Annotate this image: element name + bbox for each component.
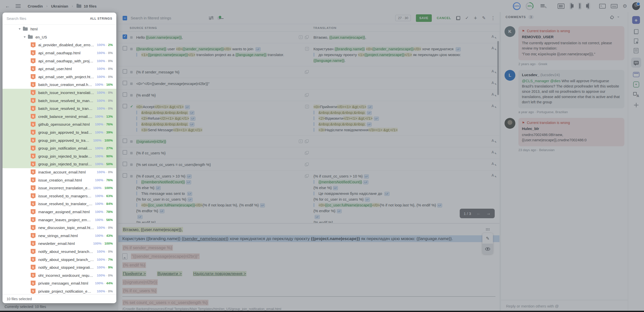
translate-icon[interactable] <box>633 92 639 97</box>
file-row[interactable]: notify_about_resumed_branch_s...100% · 0… <box>3 248 116 256</box>
file-info-icon[interactable] <box>634 38 638 44</box>
file-row[interactable]: group_join_approved_to_transl...100% · 1… <box>3 136 116 144</box>
file-row[interactable]: private_messages_email.html100% · 44% <box>3 279 116 287</box>
string-row[interactable]: {{branding.name}} user <0>{{sender_name|… <box>118 43 499 66</box>
copy-source-icon[interactable] <box>456 16 460 20</box>
row-checkbox[interactable] <box>123 92 127 97</box>
file-row[interactable]: manager_leaves_project_email....100% · 5… <box>3 216 116 224</box>
console-icon[interactable]: >_ <box>599 4 606 9</box>
strings-search-input[interactable] <box>131 16 206 20</box>
menu-icon[interactable] <box>16 4 21 8</box>
breadcrumb-language[interactable]: Ukrainian <box>51 4 68 8</box>
add-tool-icon[interactable] <box>634 103 639 108</box>
preview-link[interactable]: Надіслати повідомлення > <box>193 271 246 276</box>
duplicate-icon[interactable] <box>305 163 309 166</box>
file-row[interactable]: issue_creation_email.html100% · 76% <box>3 176 116 184</box>
reply-box[interactable] <box>501 300 628 312</box>
breadcrumb-project[interactable]: Crowdin <box>28 4 43 8</box>
panel-view-icon[interactable] <box>633 72 639 77</box>
translation-cell[interactable]: Вітаємо, {{user.name|escape}},A <box>311 32 499 43</box>
comment-alert-icon[interactable] <box>299 140 303 143</box>
mention-link[interactable]: @dies <box>550 79 560 83</box>
file-row[interactable]: group_join_notification_email.h...100% ·… <box>3 144 116 152</box>
translation-cell[interactable]: <0>Прийняти</0><1> &gt;</1>LF&nbsp;&nbsp… <box>311 101 499 136</box>
file-row[interactable]: api_email_oauthapp.html100% · 0% <box>3 49 116 57</box>
duplicate-icon[interactable] <box>305 93 309 97</box>
approve-check-icon[interactable]: ✓ <box>465 15 469 21</box>
drag-handle-icon[interactable] <box>486 228 490 231</box>
machine-translation-icon[interactable]: A <box>491 150 496 154</box>
file-row[interactable]: batch_issue_incorrect_translatio...100% … <box>3 89 116 97</box>
file-row[interactable]: new_discussion_topic_email.html100% · 0% <box>3 224 116 232</box>
duplicate-icon[interactable] <box>305 70 309 74</box>
preview-link[interactable]: Відмовити > <box>157 271 182 276</box>
row-checkbox[interactable] <box>123 104 127 108</box>
string-row[interactable]: {% if cc_users %}A <box>118 147 499 159</box>
duplicate-icon[interactable] <box>305 151 309 155</box>
save-button[interactable]: SAVE <box>416 14 432 22</box>
comment-alert-icon[interactable] <box>299 35 303 39</box>
row-checkbox[interactable] <box>123 173 127 178</box>
add-string-icon[interactable]: + <box>474 15 477 21</box>
preview-link[interactable]: Прийняти > <box>122 271 146 276</box>
strings-scrollbar[interactable] <box>497 41 499 95</box>
crowdin-app-icon[interactable] <box>632 16 640 24</box>
machine-translation-icon[interactable]: A <box>491 104 496 108</box>
file-row[interactable]: group_join_approved_to_leader...100% · 3… <box>3 128 116 137</box>
ai-assistant-icon[interactable] <box>633 81 639 87</box>
file-row[interactable]: batch_issue_creation_email.html100% · 16… <box>3 81 116 89</box>
select-all-checkbox[interactable] <box>123 16 127 20</box>
file-row[interactable]: github_opensource_email.html100% · 76% <box>3 120 116 128</box>
file-row[interactable]: api_email_user_with_project.html100% · 0… <box>3 73 116 81</box>
settings-gear-icon[interactable]: ⚙ <box>623 3 627 9</box>
edit-pencil-icon[interactable]: ✎ <box>482 15 486 21</box>
string-row[interactable]: ✓<0>Accept</0><1> &gt;</1>LF&nbsp;&nbsp;… <box>118 101 499 136</box>
translated-progress-ring[interactable]: 100% <box>513 2 521 10</box>
string-row[interactable]: {% if sender_message %}A <box>118 66 499 78</box>
file-row[interactable]: issue_incorrect_translation_e...100% · 1… <box>3 184 116 192</box>
file-search-input[interactable] <box>7 16 90 21</box>
machine-translation-icon[interactable]: A <box>491 139 496 143</box>
user-avatar[interactable] <box>632 2 640 10</box>
string-row[interactable]: <0>"</0>{{sender_message|escape|nl2br}}"… <box>118 78 499 90</box>
bottom-panel-toggle[interactable] <box>578 3 582 10</box>
preview-edit-button[interactable]: ✎ <box>482 233 493 244</box>
more-options-kebab-icon[interactable]: ⋮ <box>491 15 495 21</box>
machine-translation-icon[interactable]: A <box>491 162 496 166</box>
next-page-icon[interactable]: → <box>486 211 491 216</box>
file-row[interactable]: notify_about_stopped_integratio...100% ·… <box>3 263 116 272</box>
columns-view-icon[interactable] <box>558 4 564 9</box>
file-row[interactable]: batch_issue_resolved_to_manag...100% · 0… <box>3 97 116 105</box>
folder-row[interactable]: en_US <box>3 33 116 41</box>
collapse-caret-icon[interactable] <box>617 17 619 18</box>
file-row[interactable]: private_project_notification_ema...100% … <box>3 287 116 294</box>
preview-eye-button[interactable] <box>482 244 493 254</box>
file-row[interactable]: inactive_account_email.html100% · 0% <box>3 168 116 176</box>
row-checkbox[interactable] <box>123 69 127 74</box>
strings-edit-icon[interactable] <box>541 4 546 8</box>
row-checkbox[interactable] <box>123 150 127 155</box>
file-row[interactable]: issue_resolved_to_managers_e...100% · 63… <box>3 192 116 200</box>
right-panel-toggle[interactable] <box>587 3 590 10</box>
keyboard-shortcuts-icon[interactable] <box>611 4 618 8</box>
file-row[interactable]: manager_assigned_email.html100% · 78% <box>3 208 116 216</box>
row-checkbox[interactable] <box>123 46 127 51</box>
search-options-icon[interactable] <box>209 16 214 20</box>
translation-cell[interactable]: A <box>311 147 499 159</box>
translation-cell[interactable]: A <box>311 66 499 78</box>
caret-down-icon[interactable] <box>24 36 26 38</box>
machine-translation-icon[interactable]: A <box>491 173 496 177</box>
machine-translation-icon[interactable]: A <box>491 34 496 38</box>
comment-alert-icon[interactable] <box>305 47 309 51</box>
reply-input[interactable] <box>506 304 616 308</box>
machine-translation-icon[interactable]: A <box>491 46 496 50</box>
mention-link[interactable]: @CLS_manager <box>522 79 549 83</box>
machine-translation-icon[interactable]: A <box>491 92 496 96</box>
file-row[interactable]: api_email_oauthapp_with_projec...100% · … <box>3 57 116 65</box>
comments-tab-active[interactable] <box>631 58 641 68</box>
prev-page-icon[interactable]: ← <box>477 211 481 216</box>
duplicate-icon[interactable] <box>305 174 309 178</box>
duplicate-icon[interactable] <box>305 140 309 143</box>
all-strings-button[interactable]: ALL STRINGS <box>90 17 112 20</box>
string-row[interactable]: {% if count_cc_users > 10 %}LF{{membersN… <box>118 170 499 223</box>
